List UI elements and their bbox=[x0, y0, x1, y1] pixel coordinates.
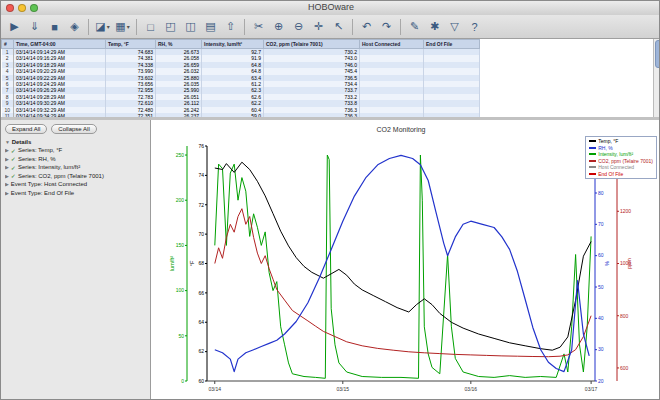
settings-button[interactable]: ✱ bbox=[425, 17, 444, 36]
table-scrollbar[interactable] bbox=[653, 39, 660, 117]
svg-text:50: 50 bbox=[598, 284, 604, 290]
filter-button[interactable]: ▽ bbox=[445, 17, 464, 36]
open-file-button[interactable]: ◰ bbox=[161, 17, 180, 36]
stop-device-button[interactable]: ■ bbox=[45, 17, 64, 36]
save-file-icon: ◫ bbox=[185, 20, 195, 33]
svg-text:64: 64 bbox=[198, 319, 204, 325]
print-button[interactable]: ▤ bbox=[201, 17, 220, 36]
tree-item[interactable]: ▶Event Type: Host Connected bbox=[5, 180, 146, 189]
crop-button[interactable]: ✂ bbox=[249, 17, 268, 36]
print-icon: ▤ bbox=[205, 20, 215, 33]
chart-panel[interactable]: CO2 Monitoring050100150200250lum/ft²6062… bbox=[151, 120, 660, 400]
settings-icon: ✱ bbox=[430, 20, 439, 33]
table-view-button[interactable]: ▦▾ bbox=[113, 17, 132, 36]
tree-item[interactable]: ▶✓Series: CO2, ppm (Telaire 7001) bbox=[5, 172, 146, 181]
table-cell: 92.7 bbox=[202, 49, 264, 56]
svg-text:20: 20 bbox=[598, 378, 604, 384]
svg-text:70: 70 bbox=[598, 221, 604, 227]
table-cell: 730.2 bbox=[264, 49, 360, 56]
undo-button[interactable]: ↶ bbox=[357, 17, 376, 36]
redo-icon: ↷ bbox=[382, 20, 391, 33]
expand-all-button[interactable]: Expand All bbox=[5, 124, 47, 134]
check-icon: ✓ bbox=[11, 147, 16, 154]
crop-icon: ✂ bbox=[254, 20, 263, 33]
launch-device-button[interactable]: ▶ bbox=[5, 17, 24, 36]
undo-icon: ↶ bbox=[362, 20, 371, 33]
svg-text:0: 0 bbox=[181, 378, 184, 384]
plot-view-icon: ◪ bbox=[95, 20, 105, 33]
titlebar: HOBOware bbox=[1, 1, 660, 16]
help-button[interactable]: ? bbox=[465, 17, 484, 36]
svg-text:03/16: 03/16 bbox=[465, 386, 478, 392]
disclosure-triangle-icon[interactable]: ▶ bbox=[5, 181, 9, 187]
column-header[interactable]: Temp, °F bbox=[106, 40, 156, 49]
svg-text:40: 40 bbox=[598, 315, 604, 321]
column-header[interactable]: # bbox=[2, 40, 14, 49]
readout-device-button[interactable]: ⇓ bbox=[25, 17, 44, 36]
column-header[interactable]: Intensity, lum/ft² bbox=[202, 40, 264, 49]
column-header[interactable]: Host Connected bbox=[360, 40, 424, 49]
table-scrollbar-thumb[interactable] bbox=[655, 40, 660, 68]
svg-text:03/17: 03/17 bbox=[585, 386, 598, 392]
table-cell: 26.673 bbox=[156, 49, 202, 56]
save-file-button[interactable]: ◫ bbox=[181, 17, 200, 36]
tree-item[interactable]: ▶Event Type: End Of File bbox=[5, 189, 146, 198]
collapse-all-button[interactable]: Collapse All bbox=[51, 124, 96, 134]
export-button[interactable]: ⇧ bbox=[221, 17, 240, 36]
tree-item-label: Series: RH, % bbox=[18, 156, 56, 162]
tree-item[interactable]: ▶✓Series: Temp, °F bbox=[5, 146, 146, 155]
tree-item[interactable]: ▶✓Series: RH, % bbox=[5, 155, 146, 164]
mark-button[interactable]: ✎ bbox=[405, 17, 424, 36]
zoom-out-button[interactable]: ⊖ bbox=[289, 17, 308, 36]
legend-swatch bbox=[589, 166, 596, 168]
details-tree: ▼ Details ▶✓Series: Temp, °F▶✓Series: RH… bbox=[1, 137, 150, 199]
chart-plot[interactable]: CO2 Monitoring050100150200250lum/ft²6062… bbox=[151, 120, 659, 400]
disclosure-triangle-icon[interactable]: ▶ bbox=[5, 173, 9, 179]
table-view-icon: ▦ bbox=[115, 20, 125, 33]
device-status-button[interactable]: ◈ bbox=[65, 17, 84, 36]
table-cell bbox=[424, 49, 480, 56]
column-header[interactable]: Time, GMT-04:00 bbox=[14, 40, 106, 49]
details-tree-root[interactable]: ▼ Details bbox=[5, 139, 146, 145]
dropdown-arrow-icon: ▾ bbox=[107, 23, 110, 30]
details-panel: Expand All Collapse All ▼ Details ▶✓Seri… bbox=[1, 120, 151, 400]
disclosure-triangle-icon[interactable]: ▶ bbox=[5, 164, 9, 170]
legend-label: End Of File bbox=[598, 171, 623, 178]
column-header[interactable]: RH, % bbox=[156, 40, 202, 49]
zoom-in-button[interactable]: ⊕ bbox=[269, 17, 288, 36]
new-file-button[interactable]: □ bbox=[141, 17, 160, 36]
table-cell bbox=[360, 49, 424, 56]
launch-device-icon: ▶ bbox=[10, 20, 18, 33]
redo-button[interactable]: ↷ bbox=[377, 17, 396, 36]
svg-text:72: 72 bbox=[198, 202, 204, 208]
column-header[interactable]: CO2, ppm (Telaire 7001) bbox=[264, 40, 360, 49]
svg-text:800: 800 bbox=[620, 313, 629, 319]
legend-swatch bbox=[589, 140, 596, 142]
select-arrow-button[interactable]: ↖ bbox=[329, 17, 348, 36]
app-window: HOBOware ▶⇓■◈◪▾▦▾□◰◫▤⇧✂⊕⊖✛↖↶↷✎✱▽? #Time,… bbox=[0, 0, 660, 400]
column-header[interactable]: End Of File bbox=[424, 40, 480, 49]
readout-device-icon: ⇓ bbox=[30, 20, 39, 33]
tree-item-label: Event Type: Host Connected bbox=[11, 181, 87, 187]
toolbar-separator bbox=[400, 19, 401, 35]
series-intensity bbox=[215, 155, 591, 378]
filter-icon: ▽ bbox=[450, 20, 458, 33]
chart-title: CO2 Monitoring bbox=[376, 126, 425, 134]
tree-item-label: Series: CO2, ppm (Telaire 7001) bbox=[18, 173, 104, 179]
plot-view-button[interactable]: ◪▾ bbox=[93, 17, 112, 36]
tree-item[interactable]: ▶✓Series: Intensity, lum/ft² bbox=[5, 163, 146, 172]
zoom-in-icon: ⊕ bbox=[274, 20, 283, 33]
disclosure-triangle-icon[interactable]: ▶ bbox=[5, 147, 9, 153]
pan-icon: ✛ bbox=[314, 20, 323, 33]
dropdown-arrow-icon: ▾ bbox=[127, 23, 130, 30]
table-row[interactable]: 103/14/14 09:14:29 AM74.68326.67392.7730… bbox=[2, 49, 480, 56]
axis-label-intensity: lum/ft² bbox=[169, 256, 175, 271]
legend-item: End Of File bbox=[589, 171, 653, 178]
svg-text:60: 60 bbox=[198, 378, 204, 384]
disclosure-triangle-icon[interactable]: ▶ bbox=[5, 190, 9, 196]
zoom-out-icon: ⊖ bbox=[294, 20, 303, 33]
svg-text:30: 30 bbox=[598, 346, 604, 352]
pan-button[interactable]: ✛ bbox=[309, 17, 328, 36]
disclosure-triangle-icon[interactable]: ▶ bbox=[5, 156, 9, 162]
legend-swatch bbox=[589, 147, 596, 149]
